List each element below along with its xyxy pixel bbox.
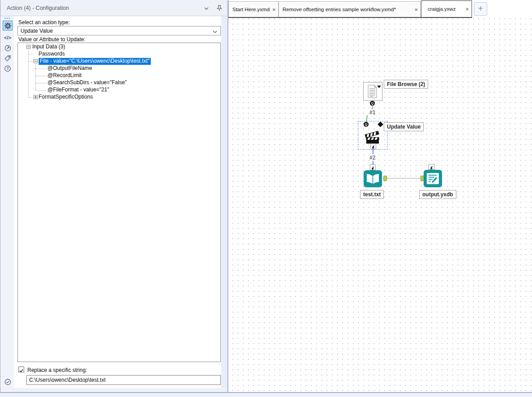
tag-icon[interactable]	[3, 53, 13, 63]
tree-item[interactable]: @SearchSubDirs - value="False"	[47, 79, 127, 86]
connection-2-label: #2	[369, 155, 376, 161]
tab-close-icon[interactable]: ×	[270, 6, 279, 13]
replace-string-label: Replace a specific string:	[27, 367, 87, 373]
tab-close-icon[interactable]: ×	[412, 6, 420, 13]
question-anchor[interactable]: Q	[364, 122, 369, 127]
tree-item[interactable]: @RecordLimit	[47, 72, 82, 79]
tree-expander-minus[interactable]	[26, 45, 30, 49]
new-tab-button[interactable]: +	[474, 2, 487, 16]
output-data-tool[interactable]	[424, 170, 442, 187]
tree-expander-minus[interactable]	[34, 59, 38, 63]
chevron-down-icon	[212, 28, 218, 34]
action-type-dropdown[interactable]: Update Value	[17, 26, 221, 35]
panel-title: Action (4) - Configuration	[7, 5, 69, 11]
tree-item[interactable]: FormatSpecificOptions	[39, 94, 93, 101]
tree-item[interactable]: Input Data (3)	[32, 43, 65, 51]
tree-label: Value or Attribute to Update:	[18, 36, 86, 43]
connection-1-label: #1	[369, 109, 376, 116]
action-type-label: Select an action type:	[18, 19, 70, 26]
tree-item-selected[interactable]: File - value="C:\Users\owenc\Desktop\tes…	[39, 58, 151, 65]
tab-label: craigja.yxwz	[421, 6, 456, 12]
configuration-panel-header: Action (4) - Configuration	[0, 0, 227, 16]
file-browse-label[interactable]: File Browse (2)	[384, 80, 428, 89]
config-sidebar: ••• </>	[1, 16, 14, 393]
code-icon[interactable]: </>	[3, 33, 13, 43]
replace-string-checkbox[interactable]	[18, 367, 24, 372]
output-anchor[interactable]	[383, 176, 387, 181]
run-test-icon[interactable]	[3, 43, 13, 53]
configuration-content: Select an action type: Update Value Valu…	[14, 16, 227, 388]
configuration-panel: Action (4) - Configuration •••	[0, 0, 226, 397]
tab-close-icon[interactable]: ×	[463, 6, 472, 13]
help-icon[interactable]: ?	[3, 64, 13, 73]
svg-text:?: ?	[6, 66, 9, 71]
alteryx-designer-window: Action (4) - Configuration •••	[0, 0, 532, 397]
tree-item[interactable]: Passwords	[39, 51, 65, 58]
pin-icon[interactable]	[215, 4, 223, 12]
question-anchor[interactable]: Q	[370, 101, 375, 106]
connection-wires	[228, 18, 532, 392]
overflow-dots-icon[interactable]: •••	[3, 16, 13, 21]
output-yxdb-label[interactable]: output.yxdb	[419, 190, 456, 199]
tab-label: Start Here.yxmd	[229, 7, 270, 12]
tree-item[interactable]: @FileFormat - value="21"	[47, 86, 109, 94]
tab-craigja-active[interactable]: craigja.yxwz ×	[421, 0, 472, 17]
lightning-anchor[interactable]	[370, 143, 376, 149]
file-browse-tool[interactable]	[363, 82, 382, 101]
collapse-chevron-icon[interactable]	[203, 5, 210, 12]
macro-input-tool[interactable]	[364, 170, 382, 187]
check-circle-icon[interactable]	[3, 377, 13, 387]
tab-start-here[interactable]: Start Here.yxmd ×	[228, 1, 279, 17]
test-txt-label[interactable]: test.txt	[360, 190, 384, 199]
attribute-tree: Input Data (3) Passwords File - value="C…	[17, 43, 221, 362]
settings-gear-icon[interactable]	[3, 21, 13, 30]
document-tabbar: Start Here.yxmd × Remove offsetting entr…	[228, 0, 532, 18]
action-type-value: Update Value	[21, 28, 53, 34]
lightning-anchor[interactable]	[429, 164, 434, 170]
tabbar-underline	[228, 17, 472, 18]
tree-expander-plus[interactable]	[34, 95, 38, 99]
workflow-canvas[interactable]: File Browse (2) Q #1 Q	[228, 18, 532, 392]
tree-item[interactable]: @OutputFileName	[47, 65, 92, 72]
tab-remove-offsetting[interactable]: Remove offsetting entries sample workflo…	[279, 1, 421, 17]
tab-label: Remove offsetting entries sample workflo…	[279, 7, 396, 12]
status-bar	[0, 392, 532, 397]
update-value-label[interactable]: Update Value	[384, 122, 424, 131]
replace-string-input[interactable]: C:\Users\owenc\Desktop\test.txt	[26, 375, 221, 385]
lightning-anchor[interactable]	[370, 164, 376, 170]
